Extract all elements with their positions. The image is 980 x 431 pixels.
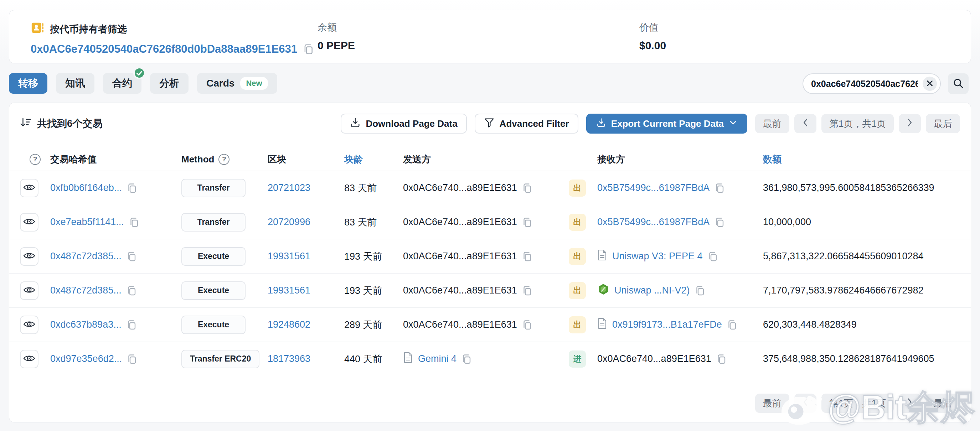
copy-button[interactable] xyxy=(522,251,532,262)
tab-cards[interactable]: Cards New xyxy=(197,73,277,94)
preview-tx-button[interactable] xyxy=(20,247,38,266)
page-info[interactable]: 第1页，共1页 xyxy=(821,394,894,413)
clear-search-button[interactable] xyxy=(923,76,937,91)
method-help-icon[interactable]: ? xyxy=(218,154,229,165)
advanced-filter-button[interactable]: Advanced Filter xyxy=(475,114,578,134)
next-page-button[interactable] xyxy=(899,114,921,133)
eye-icon xyxy=(23,183,35,193)
col-header-block: 区块 xyxy=(267,153,344,165)
from-address: 0x0AC6e740...a89E1E631 xyxy=(403,251,517,262)
direction-badge: 出 xyxy=(569,316,586,333)
table-row: 0xdc637b89a3...Execute19248602289 天前0x0A… xyxy=(9,307,971,342)
holder-summary-left: 按代币持有者筛选 0x0AC6e740520540aC7626f80d0bDa8… xyxy=(9,10,308,63)
copy-button[interactable] xyxy=(522,217,532,227)
last-page-button[interactable]: 最后 xyxy=(926,114,960,133)
preview-tx-button[interactable] xyxy=(20,282,38,300)
copy-button[interactable] xyxy=(695,285,705,296)
tx-hash-link[interactable]: 0x487c72d385... xyxy=(50,285,121,296)
tx-hash-link[interactable]: 0xfb0b6f164eb... xyxy=(50,182,122,193)
help-icon[interactable]: ? xyxy=(30,154,41,165)
direction-badge: 进 xyxy=(569,350,586,367)
copy-button[interactable] xyxy=(127,183,137,193)
method-badge[interactable]: Transfer ERC20 xyxy=(181,350,259,368)
copy-button[interactable] xyxy=(522,183,532,193)
preview-tx-button[interactable] xyxy=(20,213,38,232)
prev-page-button[interactable] xyxy=(794,114,816,133)
copy-button[interactable] xyxy=(127,320,137,330)
export-page-data-button[interactable]: Export Current Page Data xyxy=(586,114,747,134)
from-address: 0x0AC6e740...a89E1E631 xyxy=(403,319,517,330)
copy-button[interactable] xyxy=(714,183,724,193)
copy-button[interactable] xyxy=(461,354,471,364)
block-link[interactable]: 19931561 xyxy=(267,285,310,296)
next-page-button[interactable] xyxy=(899,394,921,413)
contract-file-icon xyxy=(597,249,607,263)
search-input[interactable]: 0x0ac6e740520540ac7626f80... xyxy=(803,73,941,94)
copy-button[interactable] xyxy=(727,320,737,330)
copy-button[interactable] xyxy=(522,320,532,330)
holder-address-link[interactable]: 0x0AC6e740520540aC7626f80d0bDa88aa89E1E6… xyxy=(31,43,297,56)
first-page-button[interactable]: 最前 xyxy=(755,114,789,133)
col-header-amount-sort[interactable]: 数额 xyxy=(763,154,781,165)
tx-hash-link[interactable]: 0x487c72d385... xyxy=(50,251,121,262)
search-area: 0x0ac6e740520540ac7626f80... xyxy=(803,73,969,94)
new-badge: New xyxy=(240,77,267,90)
copy-button[interactable] xyxy=(127,251,137,262)
copy-button[interactable] xyxy=(127,285,137,296)
block-link[interactable]: 18173963 xyxy=(267,353,310,364)
block-link[interactable]: 20721023 xyxy=(267,182,310,193)
to-address[interactable]: Uniswap ...NI-V2) xyxy=(614,285,690,296)
preview-tx-button[interactable] xyxy=(20,179,38,197)
tx-hash-link[interactable]: 0xdc637b89a3... xyxy=(50,319,121,330)
tab-analytics[interactable]: 分析 xyxy=(150,73,189,94)
tab-bar: 转移 知讯 合约 分析 Cards New xyxy=(9,73,277,94)
table-header-row: ? 交易哈希值 Method ? 区块 块龄 发送方 接收方 数额 xyxy=(9,148,971,171)
block-link[interactable]: 19248602 xyxy=(267,319,310,330)
amount-text: 7,170,797,583.978624646667672982 xyxy=(763,285,960,296)
prev-page-button[interactable] xyxy=(794,394,816,413)
chevron-left-icon xyxy=(802,398,808,409)
to-address[interactable]: 0x5B75499c...61987FBdA xyxy=(597,216,710,227)
method-badge[interactable]: Execute xyxy=(181,282,245,300)
preview-tx-button[interactable] xyxy=(20,350,38,368)
eye-icon xyxy=(23,320,35,329)
block-link[interactable]: 19931561 xyxy=(267,251,310,261)
copy-button[interactable] xyxy=(127,354,137,364)
tab-transfers[interactable]: 转移 xyxy=(9,73,48,94)
tab-news[interactable]: 知讯 xyxy=(56,73,94,94)
from-address[interactable]: Gemini 4 xyxy=(418,353,457,364)
first-page-button[interactable]: 最前 xyxy=(755,394,789,413)
to-address[interactable]: 0x5B75499c...61987FBdA xyxy=(597,182,710,193)
table-row: 0xfb0b6f164eb...Transfer2072102383 天前0x0… xyxy=(9,171,971,205)
tx-hash-link[interactable]: 0xd97e35e6d2... xyxy=(50,353,122,364)
block-link[interactable]: 20720996 xyxy=(267,216,310,227)
preview-tx-button[interactable] xyxy=(20,316,38,334)
method-badge[interactable]: Execute xyxy=(181,316,245,334)
copy-button[interactable] xyxy=(522,285,532,296)
filter-funnel-icon xyxy=(484,117,495,130)
to-address[interactable]: Uniswap V3: PEPE 4 xyxy=(612,251,703,262)
last-page-button[interactable]: 最后 xyxy=(926,394,960,413)
copy-button[interactable] xyxy=(716,354,726,364)
method-badge[interactable]: Transfer xyxy=(181,213,245,232)
page-info[interactable]: 第1页，共1页 xyxy=(821,114,894,133)
download-page-data-button[interactable]: Download Page Data xyxy=(341,114,466,134)
holder-summary-card: 按代币持有者筛选 0x0AC6e740520540aC7626f80d0bDa8… xyxy=(9,10,971,64)
tx-hash-link[interactable]: 0xe7eab5f1141... xyxy=(50,216,124,227)
copy-button[interactable] xyxy=(708,251,718,262)
copy-button[interactable] xyxy=(714,217,724,227)
panel-footer: 最前 第1页，共1页 最后 xyxy=(9,394,971,422)
pagination-top: 最前 第1页，共1页 最后 xyxy=(755,114,960,133)
method-badge[interactable]: Execute xyxy=(181,247,245,266)
tab-contract[interactable]: 合约 xyxy=(103,73,142,94)
to-address[interactable]: 0x919f9173...B1a17eFDe xyxy=(612,319,722,330)
col-header-age-sort[interactable]: 块龄 xyxy=(344,154,363,165)
direction-badge: 出 xyxy=(569,180,586,197)
copy-button[interactable] xyxy=(129,217,139,227)
amount-text: 10,000,000 xyxy=(763,216,960,227)
search-button[interactable] xyxy=(948,73,969,94)
pagination-bottom: 最前 第1页，共1页 最后 xyxy=(755,394,960,413)
method-badge[interactable]: Transfer xyxy=(181,179,245,197)
export-download-icon xyxy=(596,118,606,130)
age-text: 440 天前 xyxy=(344,353,403,366)
